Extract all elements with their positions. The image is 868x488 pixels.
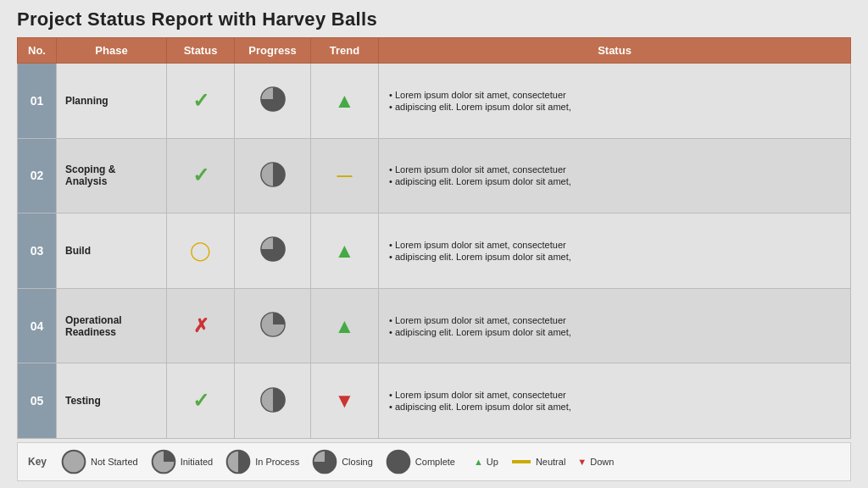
key-item-label: Initiated xyxy=(181,457,214,467)
key-trend-label: Neutral xyxy=(536,457,565,467)
row-status-desc: Lorem ipsum dolor sit amet, consectetuer… xyxy=(379,64,851,139)
col-header-no: No. xyxy=(18,38,57,64)
trend-up-icon: ▲ xyxy=(335,89,355,112)
key-item-label: In Process xyxy=(255,457,299,467)
key-item-label: Complete xyxy=(415,457,455,467)
row-progress xyxy=(235,138,311,214)
row-trend: ▲ xyxy=(311,64,379,139)
row-desc2: adipiscing elit. Lorem ipsum dolor sit a… xyxy=(389,327,840,337)
col-header-status-desc: Status xyxy=(379,38,851,64)
row-no: 02 xyxy=(18,138,57,214)
table-row: 01 Planning ✓ ▲ Lorem ipsum dolor sit am… xyxy=(18,64,851,139)
row-progress xyxy=(235,64,311,139)
key-harvey-item: Not Started xyxy=(60,448,138,475)
key-harvey-item: In Process xyxy=(225,448,299,475)
trend-neutral-icon: — xyxy=(337,167,353,184)
row-trend: ▲ xyxy=(311,214,379,289)
col-header-trend: Trend xyxy=(311,38,379,64)
key-harvey-item: Complete xyxy=(385,448,455,475)
status-table: No. Phase Status Progress Trend Status 0… xyxy=(17,37,851,439)
key-item-label: Not Started xyxy=(91,457,138,467)
svg-point-10 xyxy=(387,451,410,474)
table-container: No. Phase Status Progress Trend Status 0… xyxy=(17,37,851,439)
key-neutral-icon xyxy=(512,460,531,463)
row-progress xyxy=(235,288,311,363)
trend-up-icon: ▲ xyxy=(335,314,355,337)
table-row: 05 Testing ✓ ▼ Lorem ipsum dolor sit ame… xyxy=(18,363,851,439)
row-status: ✓ xyxy=(167,64,235,139)
row-desc1: Lorem ipsum dolor sit amet, consectetuer xyxy=(389,90,840,100)
row-no: 01 xyxy=(18,64,57,139)
key-trend-item: ▼Down xyxy=(577,457,614,467)
row-status: ✗ xyxy=(167,288,235,363)
row-trend: ▲ xyxy=(311,288,379,363)
row-phase: Testing xyxy=(57,363,167,439)
row-progress xyxy=(235,214,311,289)
row-desc2: adipiscing elit. Lorem ipsum dolor sit a… xyxy=(389,252,840,262)
row-desc2: adipiscing elit. Lorem ipsum dolor sit a… xyxy=(389,176,840,186)
row-desc1: Lorem ipsum dolor sit amet, consectetuer xyxy=(389,315,840,325)
cross-icon: ✗ xyxy=(193,315,209,336)
row-desc1: Lorem ipsum dolor sit amet, consectetuer xyxy=(389,240,840,250)
row-phase: Build xyxy=(57,214,167,289)
row-status: ◯ xyxy=(167,214,235,289)
row-status-desc: Lorem ipsum dolor sit amet, consectetuer… xyxy=(379,214,851,289)
trend-up-icon: ▲ xyxy=(335,239,355,262)
table-row: 03 Build ◯ ▲ Lorem ipsum dolor sit amet,… xyxy=(18,214,851,289)
row-no: 05 xyxy=(18,363,57,439)
key-item-label: Closing xyxy=(342,457,373,467)
table-row: 04 OperationalReadiness ✗ ▲ Lorem ipsum … xyxy=(18,288,851,363)
row-status: ✓ xyxy=(167,138,235,214)
key-down-icon: ▼ xyxy=(577,457,587,467)
check-icon: ✓ xyxy=(192,389,209,412)
row-progress xyxy=(235,363,311,439)
page-title: Project Status Report with Harvey Balls xyxy=(17,8,851,30)
row-trend: ▼ xyxy=(311,363,379,439)
col-header-progress: Progress xyxy=(235,38,311,64)
row-trend: — xyxy=(311,138,379,214)
row-desc1: Lorem ipsum dolor sit amet, consectetuer xyxy=(389,164,840,175)
row-status-desc: Lorem ipsum dolor sit amet, consectetuer… xyxy=(379,363,851,439)
row-phase: Planning xyxy=(57,64,167,139)
circle-yellow-icon: ◯ xyxy=(190,240,211,261)
check-icon: ✓ xyxy=(192,164,209,186)
key-trend-item: ▲Up xyxy=(474,457,498,467)
key-harvey-item: Closing xyxy=(311,448,373,475)
key-trend-label: Up xyxy=(487,457,498,467)
col-header-status: Status xyxy=(167,38,235,64)
key-harvey-item: Initiated xyxy=(150,448,214,475)
table-row: 02 Scoping &Analysis ✓ — Lorem ipsum dol… xyxy=(18,138,851,214)
row-phase: Scoping &Analysis xyxy=(57,138,167,214)
col-header-phase: Phase xyxy=(57,38,167,64)
svg-point-5 xyxy=(63,451,86,474)
check-icon: ✓ xyxy=(192,89,209,112)
trend-down-icon: ▼ xyxy=(335,389,355,412)
key-section: Key Not Started Initiated In Process Clo… xyxy=(17,442,851,481)
key-up-icon: ▲ xyxy=(474,457,483,467)
row-no: 04 xyxy=(18,288,57,363)
row-status-desc: Lorem ipsum dolor sit amet, consectetuer… xyxy=(379,288,851,363)
key-label: Key xyxy=(28,456,47,468)
row-phase: OperationalReadiness xyxy=(57,288,167,363)
row-status: ✓ xyxy=(167,363,235,439)
row-status-desc: Lorem ipsum dolor sit amet, consectetuer… xyxy=(379,138,851,214)
key-trend-item: Neutral xyxy=(510,457,565,467)
row-desc2: adipiscing elit. Lorem ipsum dolor sit a… xyxy=(389,102,840,112)
key-trend-label: Down xyxy=(590,457,614,467)
row-no: 03 xyxy=(18,214,57,289)
row-desc2: adipiscing elit. Lorem ipsum dolor sit a… xyxy=(389,402,840,412)
row-desc1: Lorem ipsum dolor sit amet, consectetuer xyxy=(389,390,840,400)
